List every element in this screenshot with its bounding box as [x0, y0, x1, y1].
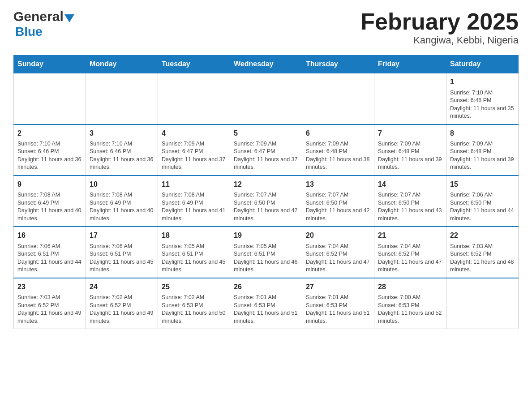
day-cell: 1Sunrise: 7:10 AM Sunset: 6:46 PM Daylig…	[446, 73, 519, 124]
day-number: 3	[90, 128, 154, 138]
day-cell: 28Sunrise: 7:00 AM Sunset: 6:53 PM Dayli…	[374, 278, 446, 329]
week-row-2: 2Sunrise: 7:10 AM Sunset: 6:46 PM Daylig…	[14, 124, 519, 176]
calendar-body: 1Sunrise: 7:10 AM Sunset: 6:46 PM Daylig…	[14, 73, 519, 329]
day-number: 5	[234, 128, 298, 138]
day-info: Sunrise: 7:10 AM Sunset: 6:46 PM Dayligh…	[17, 140, 82, 171]
day-info: Sunrise: 7:03 AM Sunset: 6:52 PM Dayligh…	[450, 243, 515, 274]
day-cell: 12Sunrise: 7:07 AM Sunset: 6:50 PM Dayli…	[230, 176, 302, 227]
day-cell: 2Sunrise: 7:10 AM Sunset: 6:46 PM Daylig…	[14, 124, 86, 176]
day-info: Sunrise: 7:00 AM Sunset: 6:53 PM Dayligh…	[378, 294, 442, 325]
day-number: 7	[378, 128, 442, 138]
day-info: Sunrise: 7:01 AM Sunset: 6:53 PM Dayligh…	[234, 294, 298, 325]
day-number: 26	[234, 282, 298, 292]
day-info: Sunrise: 7:02 AM Sunset: 6:52 PM Dayligh…	[90, 294, 154, 325]
logo-arrow-icon	[64, 14, 74, 22]
day-cell: 19Sunrise: 7:05 AM Sunset: 6:51 PM Dayli…	[230, 227, 302, 278]
day-cell	[14, 73, 86, 124]
day-cell: 17Sunrise: 7:06 AM Sunset: 6:51 PM Dayli…	[86, 227, 158, 278]
day-number: 24	[90, 282, 154, 292]
day-number: 2	[17, 128, 82, 138]
day-cell: 5Sunrise: 7:09 AM Sunset: 6:47 PM Daylig…	[230, 124, 302, 176]
day-cell: 10Sunrise: 7:08 AM Sunset: 6:49 PM Dayli…	[86, 176, 158, 227]
day-number: 17	[90, 231, 154, 240]
column-header-friday: Friday	[374, 56, 446, 73]
day-cell: 18Sunrise: 7:05 AM Sunset: 6:51 PM Dayli…	[158, 227, 230, 278]
svg-marker-0	[64, 14, 74, 22]
day-info: Sunrise: 7:08 AM Sunset: 6:49 PM Dayligh…	[17, 191, 82, 223]
logo: General Blue	[13, 9, 74, 39]
day-cell	[158, 73, 230, 124]
day-cell: 16Sunrise: 7:06 AM Sunset: 6:51 PM Dayli…	[14, 227, 86, 278]
day-cell: 14Sunrise: 7:07 AM Sunset: 6:50 PM Dayli…	[374, 176, 446, 227]
day-info: Sunrise: 7:07 AM Sunset: 6:50 PM Dayligh…	[234, 191, 298, 223]
column-header-thursday: Thursday	[302, 56, 374, 73]
day-cell: 23Sunrise: 7:03 AM Sunset: 6:52 PM Dayli…	[14, 278, 86, 329]
day-number: 25	[162, 282, 226, 292]
column-header-sunday: Sunday	[14, 56, 86, 73]
column-header-monday: Monday	[86, 56, 158, 73]
day-info: Sunrise: 7:10 AM Sunset: 6:46 PM Dayligh…	[450, 89, 515, 120]
page-header: General Blue February 2025 Kangiwa, Kebb…	[13, 9, 519, 46]
day-cell: 9Sunrise: 7:08 AM Sunset: 6:49 PM Daylig…	[14, 176, 86, 227]
calendar-table: SundayMondayTuesdayWednesdayThursdayFrid…	[13, 55, 519, 329]
day-info: Sunrise: 7:07 AM Sunset: 6:50 PM Dayligh…	[306, 191, 370, 223]
day-cell: 25Sunrise: 7:02 AM Sunset: 6:53 PM Dayli…	[158, 278, 230, 329]
day-info: Sunrise: 7:04 AM Sunset: 6:52 PM Dayligh…	[378, 243, 442, 274]
day-cell: 24Sunrise: 7:02 AM Sunset: 6:52 PM Dayli…	[86, 278, 158, 329]
day-cell: 20Sunrise: 7:04 AM Sunset: 6:52 PM Dayli…	[302, 227, 374, 278]
day-number: 10	[90, 180, 154, 189]
calendar-subtitle: Kangiwa, Kebbi, Nigeria	[360, 34, 519, 46]
week-row-3: 9Sunrise: 7:08 AM Sunset: 6:49 PM Daylig…	[14, 176, 519, 227]
day-number: 4	[162, 128, 226, 138]
week-row-4: 16Sunrise: 7:06 AM Sunset: 6:51 PM Dayli…	[14, 227, 519, 278]
calendar-title: February 2025	[360, 9, 519, 34]
day-cell: 22Sunrise: 7:03 AM Sunset: 6:52 PM Dayli…	[446, 227, 519, 278]
day-number: 22	[450, 231, 515, 240]
week-row-5: 23Sunrise: 7:03 AM Sunset: 6:52 PM Dayli…	[14, 278, 519, 329]
day-number: 12	[234, 180, 298, 189]
day-cell: 13Sunrise: 7:07 AM Sunset: 6:50 PM Dayli…	[302, 176, 374, 227]
day-number: 6	[306, 128, 370, 138]
day-number: 19	[234, 231, 298, 240]
day-cell: 26Sunrise: 7:01 AM Sunset: 6:53 PM Dayli…	[230, 278, 302, 329]
day-info: Sunrise: 7:06 AM Sunset: 6:51 PM Dayligh…	[90, 243, 154, 274]
day-number: 11	[162, 180, 226, 189]
day-number: 16	[17, 231, 82, 240]
day-info: Sunrise: 7:02 AM Sunset: 6:53 PM Dayligh…	[162, 294, 226, 325]
day-cell: 21Sunrise: 7:04 AM Sunset: 6:52 PM Dayli…	[374, 227, 446, 278]
day-cell	[446, 278, 519, 329]
day-cell	[374, 73, 446, 124]
day-cell	[302, 73, 374, 124]
day-info: Sunrise: 7:01 AM Sunset: 6:53 PM Dayligh…	[306, 294, 370, 325]
day-cell: 7Sunrise: 7:09 AM Sunset: 6:48 PM Daylig…	[374, 124, 446, 176]
day-info: Sunrise: 7:08 AM Sunset: 6:49 PM Dayligh…	[90, 191, 154, 223]
calendar-header: SundayMondayTuesdayWednesdayThursdayFrid…	[14, 56, 519, 73]
header-row: SundayMondayTuesdayWednesdayThursdayFrid…	[14, 56, 519, 73]
day-info: Sunrise: 7:06 AM Sunset: 6:51 PM Dayligh…	[17, 243, 82, 274]
day-number: 28	[378, 282, 442, 292]
day-cell: 15Sunrise: 7:06 AM Sunset: 6:50 PM Dayli…	[446, 176, 519, 227]
title-block: February 2025 Kangiwa, Kebbi, Nigeria	[360, 9, 519, 46]
day-cell: 3Sunrise: 7:10 AM Sunset: 6:46 PM Daylig…	[86, 124, 158, 176]
day-info: Sunrise: 7:03 AM Sunset: 6:52 PM Dayligh…	[17, 294, 82, 325]
day-number: 21	[378, 231, 442, 240]
day-info: Sunrise: 7:09 AM Sunset: 6:47 PM Dayligh…	[234, 140, 298, 171]
day-info: Sunrise: 7:09 AM Sunset: 6:48 PM Dayligh…	[450, 140, 515, 171]
day-info: Sunrise: 7:06 AM Sunset: 6:50 PM Dayligh…	[450, 191, 515, 223]
day-info: Sunrise: 7:10 AM Sunset: 6:46 PM Dayligh…	[90, 140, 154, 171]
day-number: 18	[162, 231, 226, 240]
day-info: Sunrise: 7:08 AM Sunset: 6:49 PM Dayligh…	[162, 191, 226, 223]
day-cell: 4Sunrise: 7:09 AM Sunset: 6:47 PM Daylig…	[158, 124, 230, 176]
day-cell: 8Sunrise: 7:09 AM Sunset: 6:48 PM Daylig…	[446, 124, 519, 176]
day-cell	[230, 73, 302, 124]
day-number: 27	[306, 282, 370, 292]
logo-blue-text: Blue	[15, 25, 43, 39]
day-number: 15	[450, 180, 515, 189]
week-row-1: 1Sunrise: 7:10 AM Sunset: 6:46 PM Daylig…	[14, 73, 519, 124]
day-number: 13	[306, 180, 370, 189]
day-info: Sunrise: 7:09 AM Sunset: 6:48 PM Dayligh…	[306, 140, 370, 171]
day-number: 1	[450, 77, 515, 87]
day-number: 14	[378, 180, 442, 189]
day-info: Sunrise: 7:09 AM Sunset: 6:47 PM Dayligh…	[162, 140, 226, 171]
day-number: 20	[306, 231, 370, 240]
